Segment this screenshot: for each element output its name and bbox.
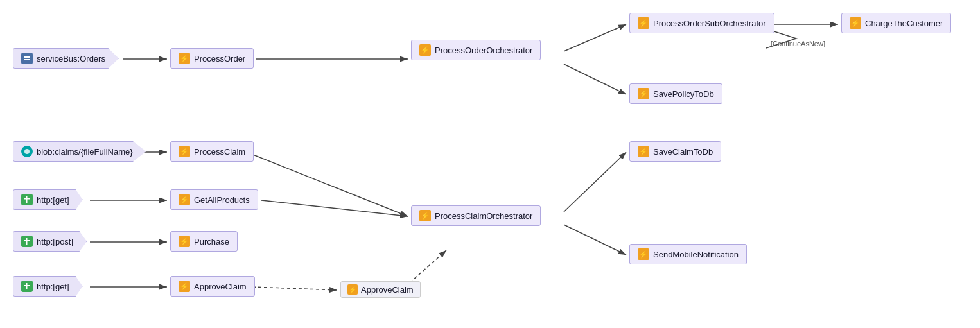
lightning-icon-ac: ⚡ — [179, 281, 190, 292]
node-get-all-products[interactable]: ⚡ GetAllProducts — [170, 189, 258, 210]
node-send-mobile-notification[interactable]: ⚡ SendMobileNotification — [629, 244, 747, 264]
process-order-label: ProcessOrder — [194, 54, 245, 64]
svg-line-14 — [252, 287, 337, 290]
http-post-label: http:[post] — [37, 237, 73, 246]
pc-label: ProcessClaim — [194, 147, 245, 157]
lightning-icon-pc: ⚡ — [179, 146, 190, 157]
http-get-2-icon — [21, 281, 33, 292]
sptd-label: SavePolicyToDb — [653, 89, 714, 99]
node-process-order[interactable]: ⚡ ProcessOrder — [170, 48, 254, 69]
lightning-icon-smn: ⚡ — [638, 248, 649, 260]
svg-rect-26 — [26, 283, 28, 289]
svg-rect-19 — [24, 59, 30, 60]
http-get-1-icon — [21, 194, 33, 205]
servicebus-orders-label: serviceBus:Orders — [37, 54, 105, 64]
gap-label: GetAllProducts — [194, 195, 250, 205]
node-charge-customer[interactable]: ⚡ ChargeTheCustomer — [841, 13, 951, 33]
node-approve-claim[interactable]: ⚡ ApproveClaim — [170, 276, 255, 297]
lightning-icon-poo: ⚡ — [419, 44, 431, 56]
node-process-order-sub-orchestrator[interactable]: ⚡ ProcessOrderSubOrchestrator — [629, 13, 774, 33]
purchase-label: Purchase — [194, 237, 229, 246]
node-servicebus-orders[interactable]: serviceBus:Orders — [13, 48, 119, 69]
node-process-claim-orchestrator[interactable]: ⚡ ProcessClaimOrchestrator — [411, 205, 541, 226]
http-get-1-label: http:[get] — [37, 195, 69, 205]
svg-line-9 — [247, 152, 408, 216]
ac-label: ApproveClaim — [194, 282, 247, 291]
node-http-post[interactable]: http:[post] — [13, 231, 87, 252]
node-blob-claims[interactable]: blob:claims/{fileFullName} — [13, 141, 146, 162]
node-approve-claim-event[interactable]: ⚡ ApproveClaim — [340, 281, 421, 298]
ctc-label: ChargeTheCustomer — [865, 19, 943, 28]
lightning-icon-ctc: ⚡ — [850, 17, 861, 29]
lightning-icon-sptd: ⚡ — [638, 88, 649, 99]
servicebus-icon — [21, 53, 33, 64]
svg-text:[ContinueAsNew]: [ContinueAsNew] — [771, 40, 825, 47]
svg-rect-22 — [26, 196, 28, 203]
diagram-canvas: [ContinueAsNew] serviceBus:Orders — [0, 0, 980, 328]
node-http-get-1[interactable]: http:[get] — [13, 189, 83, 210]
http-post-icon — [21, 236, 33, 247]
lightning-icon-pco: ⚡ — [419, 210, 431, 221]
lightning-icon-ace: ⚡ — [347, 284, 358, 295]
lightning-icon-process-order: ⚡ — [179, 53, 190, 64]
node-save-policy[interactable]: ⚡ SavePolicyToDb — [629, 83, 722, 104]
node-save-claim[interactable]: ⚡ SaveClaimToDb — [629, 141, 721, 162]
svg-line-7 — [564, 64, 626, 94]
pco-label: ProcessClaimOrchestrator — [435, 211, 532, 221]
blob-claims-label: blob:claims/{fileFullName} — [37, 147, 133, 157]
smn-label: SendMobileNotification — [653, 250, 739, 259]
node-process-order-orchestrator[interactable]: ⚡ ProcessOrderOrchestrator — [411, 40, 541, 60]
lightning-icon-sctd: ⚡ — [638, 146, 649, 157]
sctd-label: SaveClaimToDb — [653, 147, 713, 157]
blob-icon — [21, 146, 33, 157]
node-process-claim[interactable]: ⚡ ProcessClaim — [170, 141, 254, 162]
svg-line-4 — [564, 24, 626, 51]
http-get-2-label: http:[get] — [37, 282, 69, 291]
lightning-icon-gap: ⚡ — [179, 194, 190, 205]
svg-line-17 — [564, 225, 626, 255]
svg-rect-18 — [24, 56, 30, 58]
svg-line-16 — [564, 152, 626, 212]
node-http-get-2[interactable]: http:[get] — [13, 276, 83, 297]
lightning-icon-purchase: ⚡ — [179, 236, 190, 247]
poo-label: ProcessOrderOrchestrator — [435, 46, 532, 55]
ace-label: ApproveClaim — [361, 285, 414, 295]
svg-line-11 — [261, 200, 408, 216]
svg-rect-24 — [26, 238, 28, 245]
svg-point-20 — [24, 149, 30, 154]
lightning-icon-poso: ⚡ — [638, 17, 649, 29]
poso-label: ProcessOrderSubOrchestrator — [653, 19, 766, 28]
node-purchase[interactable]: ⚡ Purchase — [170, 231, 238, 252]
